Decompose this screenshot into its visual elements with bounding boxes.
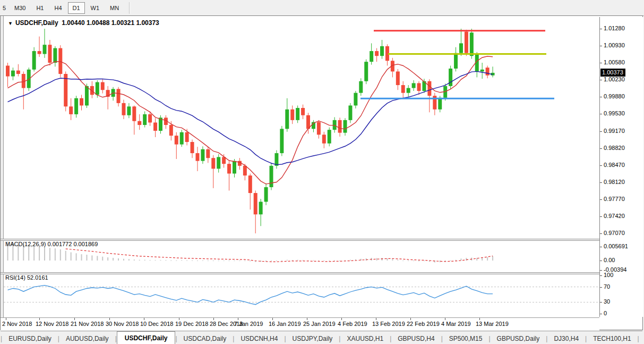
price-axis-label-tick: [600, 29, 602, 29]
chart-title: ▼USDCHF,Daily 1.00440 1.00488 1.00321 1.…: [8, 19, 159, 27]
price-axis-label-tick: [600, 216, 602, 217]
rsi-axis-label-tick: [600, 275, 602, 276]
price-axis-label: 1.00230: [604, 76, 625, 82]
date-axis[interactable]: 2 Nov 201812 Nov 201821 Nov 201830 Nov 2…: [1, 317, 599, 331]
price-axis-label: 0.99170: [604, 128, 625, 134]
tab-usdcnh-h4[interactable]: USDCNH,H4: [234, 332, 284, 344]
date-tick-label: 4 Mar 2019: [441, 321, 471, 327]
price-axis-label: 0.97420: [604, 213, 625, 219]
macd-label: MACD(12,26,9) 0.001772 0.001869: [5, 241, 98, 247]
date-tick: [74, 318, 75, 320]
tab-xauusd-h1[interactable]: XAUUSD,H1: [340, 332, 390, 344]
date-tick-label: 19 Dec 2018: [175, 321, 208, 327]
price-axis[interactable]: 1.012801.009301.005801.002300.998800.995…: [599, 17, 643, 317]
timeframe-button-d1[interactable]: D1: [68, 2, 85, 14]
chart-dropdown-arrow-icon[interactable]: ▼: [8, 21, 13, 26]
macd-axis-label-tick: [600, 247, 602, 247]
tab-usdjpy-daily[interactable]: USDJPY,Daily: [286, 332, 339, 344]
timeframe-button-w1[interactable]: W1: [86, 2, 105, 14]
date-tick-label: 13 Mar 2019: [476, 321, 509, 327]
tab-eurusd-daily[interactable]: EURUSD,Daily: [2, 332, 58, 344]
tab-usdchf-daily[interactable]: USDCHF,Daily: [117, 331, 176, 344]
price-axis-label: 1.00930: [604, 42, 625, 48]
rsi-axis-label: 30: [604, 298, 610, 305]
chart-tab-bar: |EURUSD,Daily|AUDUSD,Daily|USDCHF,Daily|…: [1, 331, 642, 344]
toolbar-separator: [129, 2, 130, 14]
date-tick: [179, 318, 179, 320]
macd-axis-label: 0.005691: [604, 243, 628, 249]
price-axis-label: 0.99530: [604, 110, 625, 116]
chart-window: ▼USDCHF,Daily 1.00440 1.00488 1.00321 1.…: [0, 15, 643, 330]
price-axis-label: 1.01280: [604, 25, 625, 31]
rsi-axis-label: 100: [604, 272, 613, 278]
tab-tech100-h1[interactable]: TECH100,H1: [587, 332, 637, 344]
timeframe-button-m30[interactable]: M30: [10, 2, 30, 14]
price-axis-label: 1.00580: [604, 59, 625, 65]
date-tick: [6, 318, 6, 320]
price-axis-label-tick: [600, 165, 602, 166]
current-price-badge: 1.00373: [600, 69, 625, 77]
date-tick: [144, 318, 144, 320]
date-tick: [410, 318, 411, 320]
macd-axis-label-tick: [600, 261, 602, 261]
date-tick: [341, 318, 342, 320]
date-tick-label: 16 Jan 2019: [269, 321, 301, 327]
rsi-axis-label: 70: [604, 283, 610, 290]
price-axis-label: 0.98470: [604, 162, 625, 168]
date-tick: [445, 318, 445, 320]
date-tick: [109, 318, 110, 320]
date-tick-label: 25 Jan 2019: [303, 321, 336, 327]
date-tick: [213, 318, 214, 320]
date-tick-label: 13 Feb 2019: [372, 321, 405, 327]
price-axis-label-tick: [600, 97, 602, 97]
timeframe-button-5[interactable]: 5: [1, 2, 8, 14]
date-tick-label: 4 Feb 2019: [338, 321, 367, 327]
price-axis-label-tick: [600, 114, 602, 114]
date-tick: [376, 318, 376, 320]
date-tick: [39, 318, 40, 320]
ma-fast-red: [8, 56, 493, 184]
price-axis-label: 0.97770: [604, 196, 625, 202]
rsi-indicator-area[interactable]: [4, 273, 599, 317]
timeframe-button-h1[interactable]: H1: [31, 2, 48, 14]
price-axis-label-tick: [600, 46, 602, 46]
timeframe-button-mn[interactable]: MN: [105, 2, 124, 14]
timeframe-toolbar: 5M30H1H4D1W1MN: [0, 0, 644, 16]
timeframe-button-h4[interactable]: H4: [49, 2, 66, 14]
date-tick-label: 2 Nov 2018: [2, 321, 32, 327]
price-axis-label: 0.97070: [604, 230, 625, 236]
panel-splitter-rsi[interactable]: [1, 272, 642, 274]
tab-dj30-h4[interactable]: DJ30,H4: [547, 332, 585, 344]
rsi-axis-label-tick: [600, 302, 602, 303]
tab-audusd-daily[interactable]: AUDUSD,Daily: [59, 332, 115, 344]
chart-symbol-label: USDCHF,Daily: [15, 19, 58, 27]
price-axis-label-tick: [600, 182, 602, 183]
date-tick-label: 10 Dec 2018: [140, 321, 173, 327]
tab-usdcad-daily[interactable]: USDCAD,Daily: [177, 332, 233, 344]
date-tick: [238, 318, 238, 320]
rsi-line: [8, 286, 493, 305]
chart-ohlc-values: 1.00440 1.00488 1.00321 1.00373: [62, 19, 159, 27]
macd-signal-line: [66, 249, 493, 262]
tab-gbpusd-daily[interactable]: GBPUSD,Daily: [491, 332, 546, 344]
price-axis-label-tick: [600, 131, 602, 132]
price-axis-label-tick: [600, 80, 602, 80]
price-axis-label: 0.98820: [604, 145, 625, 151]
main-chart-area[interactable]: [4, 17, 599, 239]
macd-axis-label-tick: [600, 270, 602, 271]
macd-axis-label: 0.00: [604, 257, 615, 263]
date-tick: [272, 318, 273, 320]
rsi-axis-label-tick: [600, 314, 602, 314]
price-axis-label-tick: [600, 233, 602, 234]
tab-gbpusd-h4[interactable]: GBPUSD,H4: [391, 332, 441, 344]
tab-ukc[interactable]: UKC: [639, 332, 644, 344]
price-axis-label-tick: [600, 148, 602, 149]
rsi-axis-label-tick: [600, 287, 602, 288]
rsi-axis-label: 0: [604, 310, 607, 316]
date-tick: [479, 318, 480, 320]
price-axis-label: 0.99880: [604, 93, 625, 99]
price-axis-label-tick: [600, 63, 602, 63]
rsi-label: RSI(14) 52.0161: [5, 274, 48, 281]
date-tick-label: 22 Feb 2019: [407, 321, 440, 327]
tab-sp500-m15[interactable]: SP500,M15: [443, 332, 489, 344]
